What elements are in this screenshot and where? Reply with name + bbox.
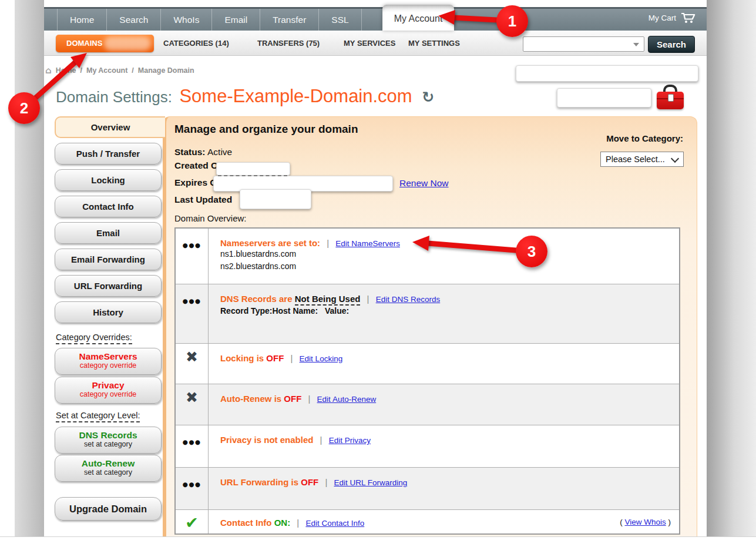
my-cart-label: My Cart	[649, 14, 676, 22]
sidebar-item-locking[interactable]: Locking	[55, 169, 162, 191]
separator: |	[297, 518, 299, 528]
row-dns-records: ●●● DNS Records are Not Being Used | Edi…	[176, 284, 679, 344]
annotation-badge-1: 1	[496, 5, 528, 37]
nav-tab-my-account[interactable]: My Account	[382, 5, 454, 31]
search-button[interactable]: Search	[648, 36, 695, 53]
status-label: Status:	[174, 147, 206, 157]
row-title: Contact Info	[220, 518, 272, 528]
override-title: NameServers	[55, 351, 161, 361]
category-select[interactable]: Please Select...	[600, 152, 684, 167]
domain-overview-table: ●●● Nameservers are set to: | Edit NameS…	[174, 227, 680, 535]
row-status-on: ON:	[274, 518, 291, 528]
category-select-value: Please Select...	[606, 155, 665, 164]
cart-icon	[681, 12, 696, 24]
refresh-icon[interactable]: ↻	[422, 89, 434, 106]
edit-privacy-link[interactable]: Edit Privacy	[329, 436, 371, 445]
domain-name: Some-Example-Domain.com	[179, 86, 412, 106]
x-icon: ✖	[186, 348, 198, 365]
status-line: Status: Active	[174, 147, 232, 157]
sidebar-item-history[interactable]: History	[55, 301, 162, 323]
breadcrumb-home[interactable]: Home	[56, 66, 76, 75]
view-whois-wrap: ( View Whois )	[620, 518, 671, 526]
home-icon: ⌂	[45, 65, 52, 76]
row-privacy: ●●● Privacy is not enabled | Edit Privac…	[176, 425, 679, 468]
sidebar-item-privacy-override[interactable]: Privacy category override	[55, 377, 162, 404]
subnav-item-domains[interactable]: DOMAINS	[56, 35, 154, 52]
row-auto-renew: ✖ Auto-Renew is OFF | Edit Auto-Renew	[176, 384, 679, 425]
nav-tab-home[interactable]: Home	[57, 9, 107, 31]
nav-tab-whois[interactable]: WhoIs	[161, 9, 212, 31]
category-title: DNS Records	[55, 430, 161, 440]
edit-nameservers-link[interactable]: Edit NameServers	[335, 239, 400, 248]
separator: |	[367, 294, 369, 304]
subnav-item-categories[interactable]: CATEGORIES (14)	[163, 31, 229, 56]
x-icon: ✖	[186, 389, 198, 406]
upgrade-domain-button[interactable]: Upgrade Domain	[55, 497, 162, 521]
section-heading: Manage and organize your domain	[174, 123, 358, 136]
check-icon: ✔	[185, 514, 199, 532]
domain-search-input[interactable]	[525, 38, 633, 51]
row-title: Privacy is not enabled	[220, 435, 313, 445]
subnav-item-transfers[interactable]: TRANSFERS (75)	[257, 31, 320, 56]
row-title: Auto-Renew is	[220, 394, 281, 404]
subnav-item-my-settings[interactable]: MY SETTINGS	[408, 31, 460, 56]
updated-line: Last Updated	[174, 194, 232, 205]
edit-url-forwarding-link[interactable]: Edit URL Forwarding	[334, 478, 408, 487]
override-subtitle: category override	[55, 361, 161, 370]
row-contact-info: ✔ Contact Info ON: | Edit Contact Info (…	[176, 510, 679, 533]
category-title: Auto-Renew	[55, 458, 161, 468]
nav-tab-search[interactable]: Search	[107, 9, 161, 31]
sidebar-item-dns-records-category[interactable]: DNS Records set at category	[55, 427, 162, 454]
sidebar-item-nameservers-override[interactable]: NameServers category override	[55, 348, 162, 375]
sidebar-item-contact-info[interactable]: Contact Info	[55, 196, 162, 217]
my-cart-button[interactable]: My Cart	[649, 12, 696, 24]
ellipsis-icon: ●●●	[183, 438, 201, 445]
subnav-item-my-services[interactable]: MY SERVICES	[344, 31, 395, 56]
redacted-updated-date	[240, 189, 311, 209]
site-page: Home Search WhoIs Email Transfer SSL My …	[44, 0, 707, 536]
breadcrumb-my-account[interactable]: My Account	[86, 66, 127, 75]
override-title: Privacy	[55, 380, 161, 390]
row-title: Locking is	[220, 353, 264, 363]
row-locking: ✖ Locking is OFF | Edit Locking	[176, 344, 679, 384]
edit-contact-info-link[interactable]: Edit Contact Info	[305, 519, 364, 528]
chevron-down-icon	[671, 155, 679, 163]
paren-close: )	[666, 518, 671, 526]
toolbox-latch	[668, 94, 674, 102]
top-nav-tabs: Home Search WhoIs Email Transfer SSL	[57, 9, 362, 31]
sidebar-item-email[interactable]: Email	[55, 222, 162, 244]
toolbox-icon[interactable]	[657, 85, 684, 110]
renew-now-link[interactable]: Renew Now	[399, 178, 449, 189]
view-whois-link[interactable]: View Whois	[624, 518, 666, 526]
account-sub-navigation: DOMAINS CATEGORIES (14) TRANSFERS (75) M…	[44, 31, 707, 56]
domain-search-combobox[interactable]	[523, 36, 644, 52]
sidebar-item-auto-renew-category[interactable]: Auto-Renew set at category	[55, 455, 162, 482]
dns-record-columns: Record Type:Host Name: Value:	[220, 306, 672, 316]
ellipsis-icon: ●●●	[183, 297, 201, 304]
row-nameservers: ●●● Nameservers are set to: | Edit NameS…	[176, 229, 679, 284]
redacted-domains-count	[104, 36, 151, 51]
row-icon-cell: ●●●	[176, 468, 209, 509]
nav-tab-transfer[interactable]: Transfer	[260, 9, 319, 31]
sidebar-item-push-transfer[interactable]: Push / Transfer	[55, 143, 162, 165]
sidebar-item-email-forwarding[interactable]: Email Forwarding	[55, 249, 162, 270]
redacted-account-info-box	[516, 65, 698, 82]
category-subtitle: set at category	[55, 440, 161, 448]
page-title-label: Domain Settings:	[56, 88, 172, 106]
category-overrides-heading: Category Overrides:	[56, 333, 132, 342]
sidebar-item-overview[interactable]: Overview	[55, 116, 165, 138]
separator: |	[291, 353, 293, 363]
nameserver-1: ns1.bluestardns.com	[220, 248, 672, 260]
ellipsis-icon: ●●●	[183, 481, 201, 488]
sidebar-item-url-forwarding[interactable]: URL Forwarding	[55, 275, 162, 297]
move-to-category-label: Move to Category:	[590, 133, 683, 143]
edit-auto-renew-link[interactable]: Edit Auto-Renew	[317, 395, 377, 404]
status-value: Active	[207, 147, 232, 157]
row-status-off: OFF	[266, 353, 284, 363]
breadcrumb-separator: /	[132, 66, 133, 75]
edit-locking-link[interactable]: Edit Locking	[300, 354, 343, 363]
row-title: Nameservers are set to:	[220, 238, 320, 248]
nav-tab-ssl[interactable]: SSL	[319, 9, 361, 31]
edit-dns-records-link[interactable]: Edit DNS Records	[376, 295, 441, 304]
nav-tab-email[interactable]: Email	[212, 9, 260, 31]
